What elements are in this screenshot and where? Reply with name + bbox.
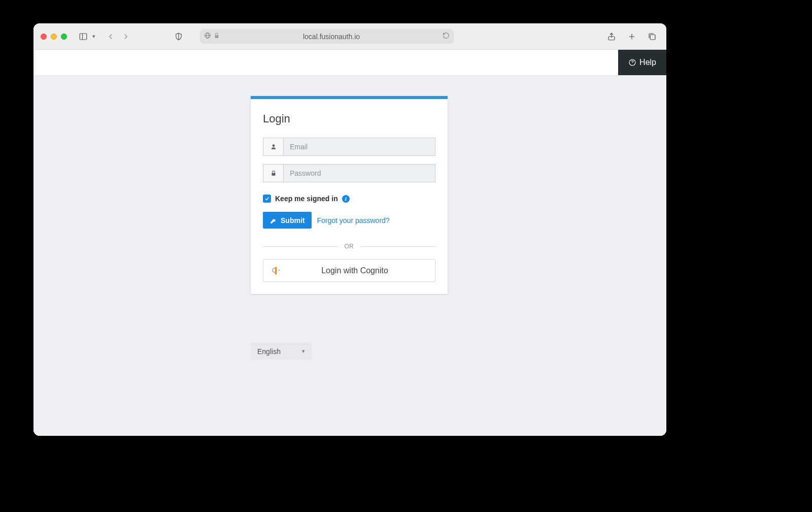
sidebar-menu-chevron-icon[interactable]: ▾ [92,33,95,40]
submit-label: Submit [281,216,304,225]
chevron-down-icon: ▾ [302,348,305,355]
keep-signed-label: Keep me signed in [275,195,338,203]
keep-signed-row: Keep me signed in i [263,195,435,203]
lock-input-icon [263,164,283,182]
login-title: Login [263,112,435,125]
forgot-password-link[interactable]: Forgot your password? [317,216,389,225]
content-area: Login Keep me signed in i [33,76,666,436]
help-label: Help [639,58,656,67]
svg-rect-6 [215,35,219,38]
help-button[interactable]: Help [618,50,666,75]
language-select[interactable]: English ▾ [251,342,312,360]
lock-icon [213,32,220,41]
share-icon[interactable] [604,29,619,44]
password-field[interactable] [283,164,435,182]
submit-button[interactable]: Submit [263,212,312,229]
app-header: Help [33,50,666,76]
sidebar-toggle-icon[interactable] [76,29,90,44]
idp-label: Login with Cognito [282,266,428,275]
svg-rect-13 [272,173,275,175]
svg-rect-0 [80,34,87,40]
maximize-window-icon[interactable] [61,34,67,40]
browser-window: ▾ local.fusionauth.io [33,23,666,436]
back-button[interactable] [104,29,118,44]
new-tab-icon[interactable] [625,29,639,44]
login-with-cognito-button[interactable]: Login with Cognito [263,259,435,282]
info-icon[interactable]: i [342,195,350,203]
login-card: Login Keep me signed in i [251,96,448,294]
divider-line [263,246,339,247]
reload-icon[interactable] [443,32,450,41]
address-bar[interactable]: local.fusionauth.io [200,29,454,44]
openid-icon [270,265,282,276]
svg-point-12 [632,64,633,65]
privacy-shield-icon[interactable] [172,29,186,44]
language-selected: English [257,347,281,356]
browser-toolbar: ▾ local.fusionauth.io [33,23,666,50]
password-input-group [263,164,435,182]
or-divider: OR [263,243,435,250]
forward-button[interactable] [119,29,133,44]
or-text: OR [345,243,354,250]
window-controls [41,34,67,40]
email-input-group [263,138,435,156]
email-field[interactable] [283,138,435,156]
keep-signed-checkbox[interactable] [263,195,271,203]
close-window-icon[interactable] [41,34,47,40]
minimize-window-icon[interactable] [51,34,57,40]
site-settings-icon[interactable] [204,32,211,41]
tabs-overview-icon[interactable] [645,29,659,44]
svg-rect-10 [650,35,655,40]
user-icon [263,138,283,156]
url-text: local.fusionauth.io [220,33,443,41]
divider-line [360,246,436,247]
key-icon [270,217,277,224]
